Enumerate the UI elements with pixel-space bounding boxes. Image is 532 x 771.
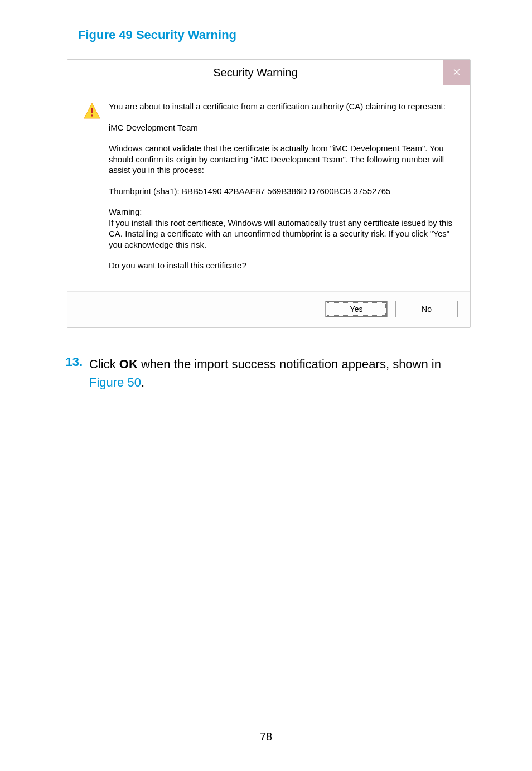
dialog-p5: Warning: If you install this root certif… bbox=[109, 206, 454, 250]
step-bold: OK bbox=[119, 357, 138, 371]
step-number: 13. bbox=[61, 355, 89, 392]
svg-point-4 bbox=[91, 114, 93, 117]
dialog-p3: Windows cannot validate that the certifi… bbox=[109, 143, 454, 176]
dialog-p4: Thumbprint (sha1): BBB51490 42BAAE87 569… bbox=[109, 186, 454, 197]
step-mid: when the import success notification app… bbox=[138, 357, 441, 371]
instruction-step: 13. Click OK when the import success not… bbox=[56, 355, 476, 392]
security-warning-dialog: Security Warning You are about to instal… bbox=[67, 59, 471, 328]
yes-button[interactable]: Yes bbox=[325, 301, 388, 317]
page-number: 78 bbox=[0, 730, 532, 743]
dialog-content: You are about to install a certificate f… bbox=[67, 85, 470, 291]
figure-caption: Figure 49 Security Warning bbox=[78, 28, 476, 42]
step-text: Click OK when the import success notific… bbox=[89, 355, 476, 392]
icon-column bbox=[83, 101, 109, 281]
figure-50-link[interactable]: Figure 50 bbox=[89, 375, 141, 389]
warning-icon bbox=[83, 112, 101, 122]
dialog-button-row: Yes No bbox=[67, 291, 470, 327]
dialog-text: You are about to install a certificate f… bbox=[109, 101, 454, 281]
dialog-p1: You are about to install a certificate f… bbox=[109, 101, 454, 112]
step-pre: Click bbox=[89, 357, 119, 371]
svg-rect-3 bbox=[91, 108, 93, 113]
no-button[interactable]: No bbox=[395, 301, 458, 317]
dialog-titlebar: Security Warning bbox=[67, 60, 470, 85]
dialog-p6: Do you want to install this certificate? bbox=[109, 260, 454, 271]
step-post: . bbox=[141, 375, 144, 389]
dialog-title: Security Warning bbox=[67, 60, 443, 85]
close-icon bbox=[453, 68, 460, 77]
close-button[interactable] bbox=[443, 60, 470, 85]
dialog-p2: iMC Development Team bbox=[109, 122, 454, 133]
